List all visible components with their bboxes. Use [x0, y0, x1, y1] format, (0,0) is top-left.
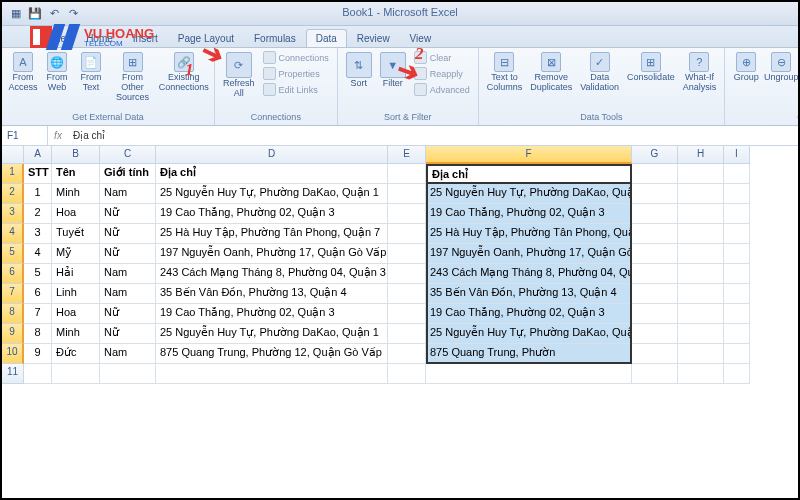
fx-icon[interactable]: fx	[48, 130, 68, 141]
cell-4-D[interactable]: 25 Hà Huy Tập, Phường Tân Phong, Quận 7	[156, 224, 388, 244]
tab-data[interactable]: Data	[306, 29, 347, 47]
cell-7-A[interactable]: 6	[24, 284, 52, 304]
row-header-11[interactable]: 11	[2, 364, 24, 384]
cell-8-F[interactable]: 19 Cao Thắng, Phường 02, Quận 3	[426, 304, 632, 324]
filter-button[interactable]: ▼Filter	[377, 50, 409, 91]
col-header-E[interactable]: E	[388, 146, 426, 164]
cell-10-A[interactable]: 9	[24, 344, 52, 364]
reapply-button[interactable]: Reapply	[411, 66, 473, 81]
cell-4-F[interactable]: 25 Hà Huy Tập, Phường Tân Phong, Quận 7	[426, 224, 632, 244]
cell-8-A[interactable]: 7	[24, 304, 52, 324]
row-header-10[interactable]: 10	[2, 344, 24, 364]
group-button[interactable]: ⊕Group	[730, 50, 762, 85]
col-header-C[interactable]: C	[100, 146, 156, 164]
col-header-D[interactable]: D	[156, 146, 388, 164]
cell-4-C[interactable]: Nữ	[100, 224, 156, 244]
cell-8-I[interactable]	[724, 304, 750, 324]
cell-6-I[interactable]	[724, 264, 750, 284]
cell-10-I[interactable]	[724, 344, 750, 364]
text-to-columns-button[interactable]: ⊟Text to Columns	[484, 50, 526, 95]
cell-3-I[interactable]	[724, 204, 750, 224]
cell-11-C[interactable]	[100, 364, 156, 384]
save-icon[interactable]: 💾	[27, 6, 43, 22]
cell-2-E[interactable]	[388, 184, 426, 204]
consolidate-button[interactable]: ⊞Consolidate	[624, 50, 678, 85]
cell-9-H[interactable]	[678, 324, 724, 344]
cell-2-G[interactable]	[632, 184, 678, 204]
cell-11-A[interactable]	[24, 364, 52, 384]
cell-8-E[interactable]	[388, 304, 426, 324]
row-header-9[interactable]: 9	[2, 324, 24, 344]
cell-5-I[interactable]	[724, 244, 750, 264]
cell-10-F[interactable]: 875 Quang Trung, Phườn	[426, 344, 632, 364]
from-other-button[interactable]: ⊞From Other Sources	[109, 50, 156, 105]
cell-10-E[interactable]	[388, 344, 426, 364]
cell-1-I[interactable]	[724, 164, 750, 184]
undo-icon[interactable]: ↶	[46, 6, 62, 22]
cell-1-B[interactable]: Tên	[52, 164, 100, 184]
col-header-F[interactable]: F	[426, 146, 632, 164]
cell-3-F[interactable]: 19 Cao Thắng, Phường 02, Quận 3	[426, 204, 632, 224]
cell-2-H[interactable]	[678, 184, 724, 204]
cell-11-H[interactable]	[678, 364, 724, 384]
cell-6-H[interactable]	[678, 264, 724, 284]
remove-duplicates-button[interactable]: ⊠Remove Duplicates	[527, 50, 575, 95]
cell-2-A[interactable]: 1	[24, 184, 52, 204]
cell-10-D[interactable]: 875 Quang Trung, Phường 12, Quận Gò Vấp	[156, 344, 388, 364]
data-validation-button[interactable]: ✓Data Validation	[577, 50, 622, 95]
from-text-button[interactable]: 📄From Text	[75, 50, 107, 95]
cell-2-D[interactable]: 25 Nguyễn Huy Tự, Phường DaKao, Quận 1	[156, 184, 388, 204]
cell-7-H[interactable]	[678, 284, 724, 304]
cell-8-D[interactable]: 19 Cao Thắng, Phường 02, Quận 3	[156, 304, 388, 324]
row-header-8[interactable]: 8	[2, 304, 24, 324]
tab-page-layout[interactable]: Page Layout	[168, 29, 244, 47]
col-header-B[interactable]: B	[52, 146, 100, 164]
cell-10-G[interactable]	[632, 344, 678, 364]
col-header-A[interactable]: A	[24, 146, 52, 164]
cell-1-H[interactable]	[678, 164, 724, 184]
cell-4-E[interactable]	[388, 224, 426, 244]
cell-6-G[interactable]	[632, 264, 678, 284]
row-header-4[interactable]: 4	[2, 224, 24, 244]
cell-5-B[interactable]: Mỹ	[52, 244, 100, 264]
from-web-button[interactable]: 🌐From Web	[41, 50, 73, 95]
cell-3-D[interactable]: 19 Cao Thắng, Phường 02, Quận 3	[156, 204, 388, 224]
cell-3-B[interactable]: Hoa	[52, 204, 100, 224]
properties-button[interactable]: Properties	[260, 66, 332, 81]
cell-3-E[interactable]	[388, 204, 426, 224]
cell-1-A[interactable]: STT	[24, 164, 52, 184]
cell-11-E[interactable]	[388, 364, 426, 384]
cell-9-B[interactable]: Minh	[52, 324, 100, 344]
advanced-button[interactable]: Advanced	[411, 82, 473, 97]
cell-2-B[interactable]: Minh	[52, 184, 100, 204]
corner-cell[interactable]	[2, 146, 24, 164]
cell-6-D[interactable]: 243 Cách Mạng Tháng 8, Phường 04, Quận 3	[156, 264, 388, 284]
cell-7-I[interactable]	[724, 284, 750, 304]
col-header-I[interactable]: I	[724, 146, 750, 164]
cell-11-I[interactable]	[724, 364, 750, 384]
cell-9-A[interactable]: 8	[24, 324, 52, 344]
cell-6-F[interactable]: 243 Cách Mạng Tháng 8, Phường 04, Quận 3	[426, 264, 632, 284]
cell-10-C[interactable]: Nam	[100, 344, 156, 364]
cell-5-G[interactable]	[632, 244, 678, 264]
cell-7-D[interactable]: 35 Bến Vân Đồn, Phường 13, Quận 4	[156, 284, 388, 304]
cell-6-B[interactable]: Hải	[52, 264, 100, 284]
cell-4-H[interactable]	[678, 224, 724, 244]
cell-4-G[interactable]	[632, 224, 678, 244]
cell-9-E[interactable]	[388, 324, 426, 344]
what-if-button[interactable]: ?What-If Analysis	[680, 50, 720, 95]
tab-formulas[interactable]: Formulas	[244, 29, 306, 47]
col-header-G[interactable]: G	[632, 146, 678, 164]
connections-button[interactable]: Connections	[260, 50, 332, 65]
cell-10-B[interactable]: Đức	[52, 344, 100, 364]
edit-links-button[interactable]: Edit Links	[260, 82, 332, 97]
cell-4-A[interactable]: 3	[24, 224, 52, 244]
cell-7-C[interactable]: Nam	[100, 284, 156, 304]
row-header-6[interactable]: 6	[2, 264, 24, 284]
row-header-3[interactable]: 3	[2, 204, 24, 224]
spreadsheet-grid[interactable]: ABCDEFGHI1STTTênGiới tínhĐịa chỉĐịa chỉ2…	[2, 146, 798, 384]
cell-9-G[interactable]	[632, 324, 678, 344]
row-header-5[interactable]: 5	[2, 244, 24, 264]
cell-7-E[interactable]	[388, 284, 426, 304]
cell-2-I[interactable]	[724, 184, 750, 204]
